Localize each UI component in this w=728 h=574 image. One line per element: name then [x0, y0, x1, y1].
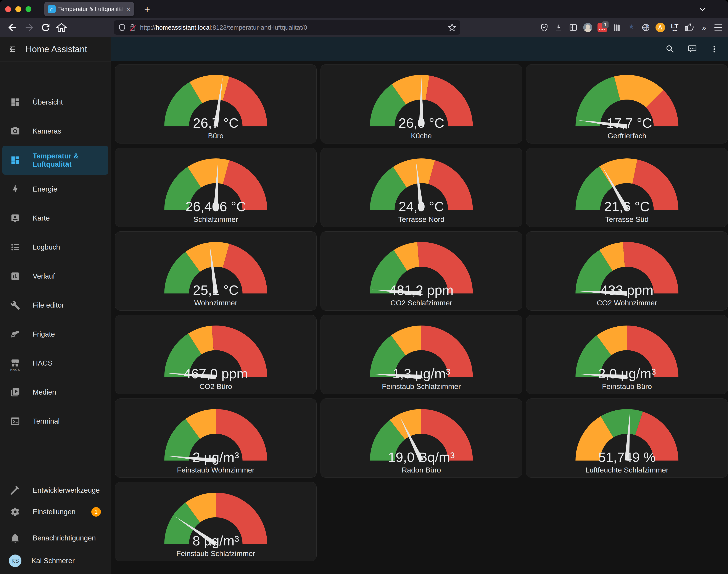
- gauge-card-feinstaub-schlafzimmer-10[interactable]: 1,3 µg/m³Feinstaub Schlafzimmer: [320, 315, 522, 394]
- gauge-card-schlafzimmer-3[interactable]: 26,406 °CSchlafzimmer: [115, 148, 316, 227]
- gauge-value: 8 µg/m³: [138, 533, 293, 548]
- sidebar-item-uebersicht[interactable]: Übersicht: [2, 88, 108, 117]
- view-dashboard-icon: [10, 155, 20, 165]
- user-avatar: KS: [9, 555, 22, 567]
- browser-window: ⌂ Temperatur & Luftqualität – Hom × + ht…: [0, 0, 728, 574]
- kebab-menu-icon[interactable]: [710, 44, 719, 54]
- sidebar-item-label: Frigate: [33, 330, 55, 338]
- gauge-card-b-ro-0[interactable]: 26,7 °CBüro: [115, 64, 316, 144]
- cctv-icon: [10, 329, 20, 339]
- gauge-card-feinstaub-b-ro-11[interactable]: 2,0 µg/m³Feinstaub Büro: [526, 315, 728, 394]
- sidebar-item-label: Logbuch: [33, 243, 60, 251]
- sidebar-item-hacs[interactable]: HACSHACS: [2, 349, 108, 378]
- gauge: 21,6 °C: [575, 158, 678, 212]
- globe-swap-icon[interactable]: [638, 21, 653, 34]
- gauge-card-wohnzimmer-6[interactable]: 25,1 °CWohnzimmer: [115, 231, 316, 311]
- gauge-label: Schlafzimmer: [115, 215, 316, 223]
- download-icon[interactable]: [551, 21, 566, 34]
- gauge: 51,749 %: [575, 409, 678, 463]
- user-name: Kai Schmerer: [31, 557, 75, 565]
- minimize-window-button[interactable]: [15, 6, 21, 12]
- sidebar-item-temperatur-luftqualitaet[interactable]: Temperatur & Luftqualität: [2, 146, 108, 175]
- maximize-window-button[interactable]: [26, 6, 31, 12]
- icon-caption: HACS: [10, 368, 20, 371]
- gauge-value: 467,0 ppm: [138, 366, 293, 381]
- sidebar-item-karte[interactable]: Karte: [2, 204, 108, 233]
- shield-check-icon[interactable]: [537, 21, 551, 34]
- new-tab-button[interactable]: +: [141, 3, 153, 15]
- tab-close-icon[interactable]: ×: [126, 6, 130, 12]
- gauge-card-luftfeuchte-schlafzimmer-14[interactable]: 51,749 %Luftfeuchte Schlafzimmer: [526, 399, 728, 478]
- console-icon: [10, 416, 20, 426]
- search-icon[interactable]: [665, 44, 675, 54]
- gauge-label: Küche: [321, 132, 522, 140]
- sidebar-item-benachrichtigungen[interactable]: Benachrichtigungen: [2, 527, 108, 549]
- sidebar-toggle-icon[interactable]: [566, 21, 581, 34]
- gauge-card-gerfrierfach-2[interactable]: -17,7 °CGerfrierfach: [526, 64, 728, 144]
- browser-tab[interactable]: ⌂ Temperatur & Luftqualität – Hom ×: [44, 2, 134, 16]
- close-window-button[interactable]: [5, 6, 11, 12]
- reload-button[interactable]: [40, 22, 51, 33]
- ha-sidebar: Home Assistant ÜbersichtKamerasTemperatu…: [0, 37, 111, 574]
- thumb-up-icon[interactable]: [682, 21, 696, 34]
- sidebar-item-einstellungen[interactable]: Einstellungen1: [2, 501, 108, 523]
- assist-chat-icon[interactable]: [687, 44, 697, 54]
- translate-glyph: A: [655, 23, 665, 32]
- list-tabs-chevron-icon[interactable]: [698, 5, 707, 14]
- sidebar-item-file-editor[interactable]: File editor: [2, 291, 108, 320]
- gauge: 25,1 °C: [164, 242, 267, 296]
- home-button[interactable]: [56, 22, 67, 33]
- gauge-card-feinstaub-wohnzimmer-12[interactable]: 2 µg/m³Feinstaub Wohnzimmer: [115, 399, 316, 478]
- url-text[interactable]: http://homeassistant.local:8123/temperat…: [140, 24, 446, 31]
- sidebar-item-frigate[interactable]: Frigate: [2, 320, 108, 349]
- gauge-label: CO2 Wohnzimmer: [526, 299, 728, 307]
- avatar-image: [583, 23, 592, 32]
- sidebar-item-medien[interactable]: Medien: [2, 378, 108, 407]
- sidebar-item-logbuch[interactable]: Logbuch: [2, 233, 108, 262]
- profile-avatar[interactable]: [581, 21, 595, 34]
- sidebar-item-verlauf[interactable]: Verlauf: [2, 262, 108, 291]
- gauge-value: 51,749 %: [550, 449, 704, 465]
- gauge-label: CO2 Schlafzimmer: [321, 299, 522, 307]
- gauge-label: Feinstaub Wohnzimmer: [115, 466, 316, 474]
- gauge-card-co2-wohnzimmer-8[interactable]: 433 ppmCO2 Wohnzimmer: [526, 231, 728, 311]
- tracking-protection-shield-icon[interactable]: [118, 24, 126, 32]
- sidebar-item-entwicklerwerkzeuge[interactable]: Entwicklerwerkzeuge: [2, 480, 108, 501]
- gauge-value: 433 ppm: [550, 282, 704, 298]
- gauge-card-co2-schlafzimmer-7[interactable]: 481,2 ppmCO2 Schlafzimmer: [320, 231, 522, 311]
- url-bar[interactable]: http://homeassistant.local:8123/temperat…: [114, 20, 460, 35]
- sidebar-item-terminal[interactable]: Terminal: [2, 407, 108, 436]
- gauge-label: Feinstaub Schlafzimmer: [115, 549, 316, 558]
- onepassword-icon[interactable]: •••• 1: [595, 21, 609, 34]
- languagetool-icon[interactable]: LT⌣⌣: [668, 21, 682, 34]
- insecure-lock-icon[interactable]: [128, 24, 136, 32]
- fence-icon[interactable]: [609, 21, 624, 34]
- sidebar-collapse-icon[interactable]: [6, 44, 17, 54]
- navigation-toolbar: http://homeassistant.local:8123/temperat…: [0, 18, 728, 37]
- gauge-card-feinstaub-schlafzimmer-15[interactable]: 8 µg/m³Feinstaub Schlafzimmer: [115, 482, 316, 561]
- extension-disabled-icon[interactable]: [624, 21, 638, 34]
- overflow-chevrons[interactable]: »: [696, 21, 711, 34]
- gauge-value: 24,0 °C: [344, 199, 499, 214]
- settings-badge: 1: [91, 507, 101, 517]
- url-scheme: http://: [140, 24, 156, 31]
- gauge-label: Feinstaub Büro: [526, 382, 728, 391]
- sidebar-user-profile[interactable]: KSKai Schmerer: [2, 549, 108, 573]
- home-assistant-favicon: ⌂: [48, 5, 56, 13]
- gauge-card-terrasse-s-d-5[interactable]: 21,6 °CTerrasse Süd: [526, 148, 728, 227]
- back-button[interactable]: [6, 22, 18, 33]
- sidebar-item-kameras[interactable]: Kameras: [2, 117, 108, 146]
- translate-icon[interactable]: A: [653, 21, 668, 34]
- gauge-card-radon-b-ro-13[interactable]: 19,0 Bq/m³Radon Büro: [320, 399, 522, 478]
- bookmark-star-icon[interactable]: [448, 23, 457, 32]
- sidebar-item-label: HACS: [33, 359, 53, 367]
- gauge-card-terrasse-nord-4[interactable]: 24,0 °CTerrasse Nord: [320, 148, 522, 227]
- gauge-card-co2-b-ro-9[interactable]: 467,0 ppmCO2 Büro: [115, 315, 316, 394]
- gauge: 26,0 °C: [370, 75, 473, 129]
- home-assistant-app: Home Assistant ÜbersichtKamerasTemperatu…: [0, 37, 728, 574]
- url-host: homeassistant.local: [156, 24, 211, 31]
- forward-button[interactable]: [24, 22, 35, 33]
- gauge-card-k-che-1[interactable]: 26,0 °CKüche: [320, 64, 522, 144]
- sidebar-item-energie[interactable]: Energie: [2, 175, 108, 204]
- menu-icon[interactable]: [711, 21, 725, 34]
